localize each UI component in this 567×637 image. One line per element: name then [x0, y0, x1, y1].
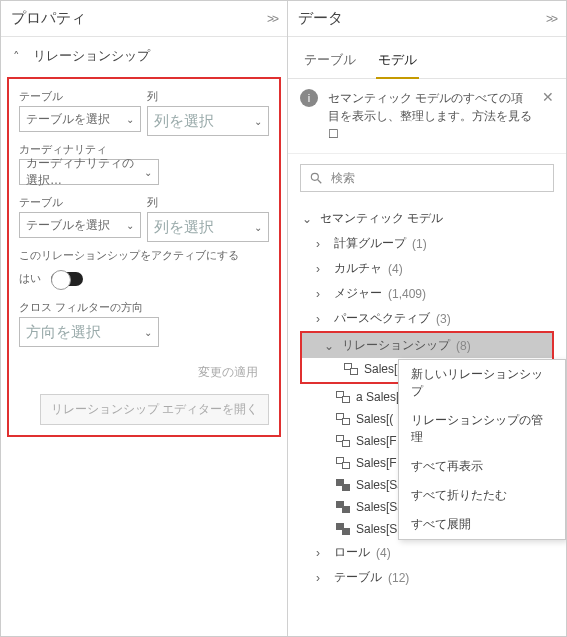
chevron-right-icon: ›: [316, 546, 328, 560]
chevron-down-icon: ⌄: [324, 339, 336, 353]
chevron-down-icon: ⌄: [254, 222, 262, 233]
table1-label: テーブル: [19, 89, 141, 104]
relationship-icon: [336, 501, 350, 513]
tree-perspectives[interactable]: › パースペクティブ (3): [294, 306, 560, 331]
tree-measures[interactable]: › メジャー (1,409): [294, 281, 560, 306]
menu-collapse-all[interactable]: すべて折りたたむ: [399, 481, 565, 510]
column1-select[interactable]: 列を選択 ⌄: [147, 106, 269, 136]
search-input[interactable]: 検索: [300, 164, 554, 192]
tree-root[interactable]: ⌄ セマンティック モデル: [294, 206, 560, 231]
relationships-context-menu: 新しいリレーションシップ リレーションシップの管理 すべて再表示 すべて折りたた…: [398, 359, 566, 540]
tree-cultures[interactable]: › カルチャ (4): [294, 256, 560, 281]
active-toggle[interactable]: [51, 272, 83, 286]
collapse-right-icon[interactable]: >>: [546, 12, 556, 26]
apply-changes-button[interactable]: 変更の適用: [187, 357, 269, 388]
menu-reshow-all[interactable]: すべて再表示: [399, 452, 565, 481]
cardinality-select[interactable]: カーディナリティの選択… ⌄: [19, 159, 159, 185]
chevron-down-icon: ⌄: [126, 220, 134, 231]
chevron-up-icon: ˄: [13, 49, 25, 64]
search-icon: [309, 171, 323, 185]
data-header: データ >>: [288, 1, 566, 37]
data-pane: データ >> テーブル モデル i セマンティック モデルのすべての項目を表示し…: [288, 1, 566, 636]
relationship-icon: [336, 413, 350, 425]
menu-manage-relationships[interactable]: リレーションシップの管理: [399, 406, 565, 452]
chevron-down-icon: ⌄: [126, 114, 134, 125]
data-title: データ: [298, 9, 343, 28]
active-value: はい: [19, 271, 41, 286]
chevron-right-icon: ›: [316, 571, 328, 585]
relationship-icon: [336, 523, 350, 535]
active-label: このリレーションシップをアクティブにする: [19, 248, 269, 263]
table2-select[interactable]: テーブルを選択 ⌄: [19, 212, 141, 238]
relationship-icon: [336, 479, 350, 491]
properties-header: プロパティ >>: [1, 1, 287, 37]
column2-select[interactable]: 列を選択 ⌄: [147, 212, 269, 242]
relationship-icon: [336, 391, 350, 403]
tab-tables[interactable]: テーブル: [302, 45, 358, 78]
chevron-down-icon: ⌄: [144, 167, 152, 178]
properties-pane: プロパティ >> ˄ リレーションシップ テーブル テーブルを選択 ⌄ 列 列を…: [1, 1, 288, 636]
relationship-section-label: リレーションシップ: [33, 47, 150, 65]
crossfilter-label: クロス フィルターの方向: [19, 300, 269, 315]
chevron-down-icon: ⌄: [302, 212, 314, 226]
info-text: セマンティック モデルのすべての項目を表示し、整理します。方法を見る ☐: [328, 89, 532, 143]
tree-roles[interactable]: › ロール (4): [294, 540, 560, 565]
tree-tables[interactable]: › テーブル (12): [294, 565, 560, 590]
table1-select[interactable]: テーブルを選択 ⌄: [19, 106, 141, 132]
tree-calc-groups[interactable]: › 計算グループ (1): [294, 231, 560, 256]
collapse-right-icon[interactable]: >>: [267, 12, 277, 26]
model-tree: ⌄ セマンティック モデル › 計算グループ (1) › カルチャ (4) › …: [288, 202, 566, 594]
search-placeholder: 検索: [331, 170, 355, 187]
column2-label: 列: [147, 195, 269, 210]
svg-point-0: [311, 173, 318, 180]
table2-label: テーブル: [19, 195, 141, 210]
column1-label: 列: [147, 89, 269, 104]
relationship-icon: [336, 435, 350, 447]
tab-model[interactable]: モデル: [376, 45, 419, 79]
open-editor-button[interactable]: リレーションシップ エディターを開く: [40, 394, 269, 425]
tree-relationships[interactable]: ⌄ リレーションシップ (8): [302, 333, 552, 358]
info-icon: i: [300, 89, 318, 107]
relationship-section-header[interactable]: ˄ リレーションシップ: [1, 37, 287, 75]
data-tabs: テーブル モデル: [288, 37, 566, 79]
chevron-right-icon: ›: [316, 287, 328, 301]
svg-line-1: [318, 180, 322, 184]
info-bar: i セマンティック モデルのすべての項目を表示し、整理します。方法を見る ☐ ✕: [288, 79, 566, 154]
chevron-right-icon: ›: [316, 237, 328, 251]
relationship-icon: [344, 363, 358, 375]
properties-title: プロパティ: [11, 9, 86, 28]
chevron-right-icon: ›: [316, 312, 328, 326]
relationship-icon: [336, 457, 350, 469]
menu-new-relationship[interactable]: 新しいリレーションシップ: [399, 360, 565, 406]
menu-expand-all[interactable]: すべて展開: [399, 510, 565, 539]
chevron-down-icon: ⌄: [144, 327, 152, 338]
crossfilter-select[interactable]: 方向を選択 ⌄: [19, 317, 159, 347]
close-icon[interactable]: ✕: [542, 89, 554, 105]
properties-body: テーブル テーブルを選択 ⌄ 列 列を選択 ⌄ カーディナリティ カーディナリテ…: [7, 77, 281, 437]
chevron-right-icon: ›: [316, 262, 328, 276]
chevron-down-icon: ⌄: [254, 116, 262, 127]
